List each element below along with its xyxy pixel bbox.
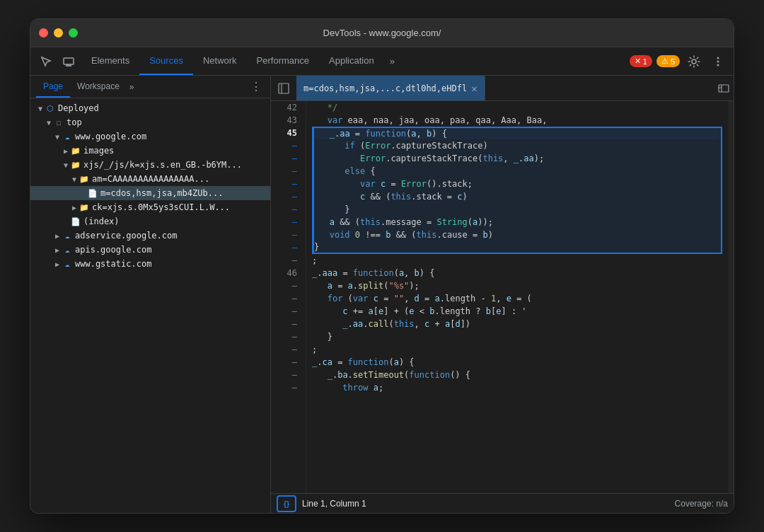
code-line: c && (this.stack = c)	[312, 190, 722, 203]
tree-item-am[interactable]: ▼ 📁 am=CAAAAAAAAAAAAAAAA...	[30, 172, 270, 186]
line-num-dash-8: –	[277, 229, 297, 241]
code-content[interactable]: */ var eaa, naa, jaa, oaa, paa, qaa, Aaa…	[306, 101, 728, 493]
code-line: var c = Error().stack;	[312, 178, 722, 190]
line-num-dash-3: –	[277, 165, 297, 178]
code-line: */	[312, 101, 722, 114]
line-numbers: 42 43 45 – – – – – – – – – – 46 – – –	[271, 101, 306, 493]
sidebar-tab-page[interactable]: Page	[36, 76, 70, 98]
tree-label: Deployed	[58, 103, 99, 113]
line-num-dash-4: –	[277, 178, 297, 190]
editor-tab-file[interactable]: m=cdos,hsm,jsa,...c,dtl0hd,eHDfl ✕	[296, 76, 485, 100]
more-options-icon[interactable]	[708, 52, 728, 71]
pretty-print-button[interactable]: {}	[277, 495, 296, 512]
cube-icon: ⬡	[45, 103, 56, 114]
line-num: 43	[277, 114, 297, 127]
tab-sources[interactable]: Sources	[139, 47, 193, 75]
devtools-tab-bar: Elements Sources Network Performance App…	[30, 47, 734, 76]
line-num-d8: –	[277, 369, 297, 381]
line-num-d7: –	[277, 356, 297, 369]
error-badge[interactable]: ✕ 1	[630, 55, 652, 67]
expand-editor-icon[interactable]	[714, 79, 734, 98]
tree-arrow: ▼	[62, 161, 70, 169]
code-line-46: _.aaa = function(a, b) {	[312, 267, 722, 279]
file-icon: 📄	[87, 187, 98, 199]
tree-label: apis.google.com	[75, 245, 151, 255]
tree-label: ck=xjs.s.0Mx5ys3sCUI.L.W...	[92, 202, 230, 212]
svg-point-6	[717, 64, 719, 66]
close-button[interactable]	[39, 28, 48, 37]
tree-arrow: ▼	[36, 104, 45, 112]
warning-badge[interactable]: ⚠ 5	[656, 55, 680, 67]
maximize-button[interactable]	[69, 28, 78, 37]
editor-tab-bar: m=cdos,hsm,jsa,...c,dtl0hd,eHDfl ✕	[271, 76, 734, 101]
tree-item-xjs[interactable]: ▼ 📁 xjs/_/js/k=xjs.s.en_GB.-b6YM...	[30, 158, 270, 172]
tree-item-google[interactable]: ▼ ☁ www.google.com	[30, 129, 270, 144]
line-num-46: 46	[277, 267, 297, 279]
tree-item-images[interactable]: ▶ 📁 images	[30, 144, 270, 158]
inspect-element-icon[interactable]	[36, 52, 56, 71]
tab-elements[interactable]: Elements	[81, 47, 139, 75]
tree-item-index[interactable]: ▶ 📄 (index)	[30, 214, 270, 229]
titlebar: DevTools - www.google.com/	[30, 19, 734, 47]
svg-rect-0	[64, 58, 74, 64]
tree-item-ck[interactable]: ▶ 📁 ck=xjs.s.0Mx5ys3sCUI.L.W...	[30, 200, 270, 214]
tree-item-adservice[interactable]: ▶ ☁ adservice.google.com	[30, 229, 270, 243]
line-num-45: 45	[277, 127, 297, 139]
svg-rect-7	[279, 83, 289, 93]
line-num-dash-5: –	[277, 190, 297, 203]
device-toolbar-icon[interactable]	[59, 52, 79, 71]
code-line: var eaa, naa, jaa, oaa, paa, qaa, Aaa, B…	[312, 114, 722, 127]
cloud-icon: ☁	[62, 230, 73, 241]
code-line: _.ca = function(a) {	[312, 356, 722, 369]
code-line: }	[312, 203, 722, 216]
tree-item-deployed[interactable]: ▼ ⬡ Deployed	[30, 101, 270, 115]
tree-label: m=cdos,hsm,jsa,mb4ZUb...	[100, 188, 223, 198]
code-line: _.ba.setTimeout(function() {	[312, 369, 722, 381]
editor-panel: m=cdos,hsm,jsa,...c,dtl0hd,eHDfl ✕ 42 43	[271, 76, 734, 513]
code-line: a && (this.message = String(a));	[312, 216, 722, 229]
code-line: Error.captureStackTrace(this, _.aa);	[312, 152, 722, 165]
tree-arrow: ▶	[53, 245, 62, 254]
minimize-button[interactable]	[54, 28, 63, 37]
code-line: if (Error.captureStackTrace)	[312, 139, 722, 152]
tab-performance[interactable]: Performance	[247, 47, 319, 75]
folder-icon: 📁	[79, 173, 90, 185]
collapse-sidebar-icon[interactable]	[274, 79, 294, 98]
error-icon: ✕	[635, 57, 641, 66]
tree-item-file-selected[interactable]: ▶ 📄 m=cdos,hsm,jsa,mb4ZUb...	[30, 186, 270, 200]
sidebar-tab-more[interactable]: »	[127, 82, 137, 92]
tree-label: (index)	[83, 216, 120, 226]
sidebar-tab-bar: Page Workspace » ⋮	[30, 76, 270, 98]
doc-icon: 📄	[70, 216, 81, 227]
code-line: else {	[312, 165, 722, 178]
tab-more[interactable]: »	[384, 56, 400, 66]
code-line: _.aa.call(this, c + a[d])	[312, 318, 722, 330]
sidebar-menu-icon[interactable]: ⋮	[248, 79, 265, 96]
tree-item-gstatic[interactable]: ▶ ☁ www.gstatic.com	[30, 257, 270, 271]
tree-label: images	[83, 146, 114, 156]
code-line-45: _.aa = function(a, b) {	[312, 127, 722, 139]
tab-network[interactable]: Network	[193, 47, 247, 75]
tree-item-apis[interactable]: ▶ ☁ apis.google.com	[30, 243, 270, 257]
tab-application[interactable]: Application	[319, 47, 384, 75]
editor-tab-close-icon[interactable]: ✕	[471, 83, 477, 94]
line-num-d1: –	[277, 279, 297, 292]
code-line: ;	[312, 254, 722, 267]
svg-point-5	[717, 60, 719, 62]
code-editor[interactable]: 42 43 45 – – – – – – – – – – 46 – – –	[271, 101, 734, 493]
line-num-d9: –	[277, 381, 297, 394]
tree-arrow: ▼	[45, 118, 53, 127]
tree-arrow: ▼	[53, 132, 62, 141]
minimap	[728, 101, 734, 493]
svg-point-4	[717, 57, 719, 59]
sidebar: Page Workspace » ⋮ ▼ ⬡ Deployed ▼ ☐	[30, 76, 271, 513]
tree-label: top	[66, 117, 82, 127]
line-num-dash-7: –	[277, 216, 297, 229]
tree-arrow: ▶	[53, 231, 62, 240]
line-num: 42	[277, 101, 297, 114]
tree-item-top[interactable]: ▼ ☐ top	[30, 115, 270, 129]
tree-arrow: ▶	[62, 146, 70, 155]
sidebar-tab-workspace[interactable]: Workspace	[70, 76, 127, 98]
settings-icon[interactable]	[684, 52, 704, 71]
tree-label: www.google.com	[75, 132, 146, 141]
